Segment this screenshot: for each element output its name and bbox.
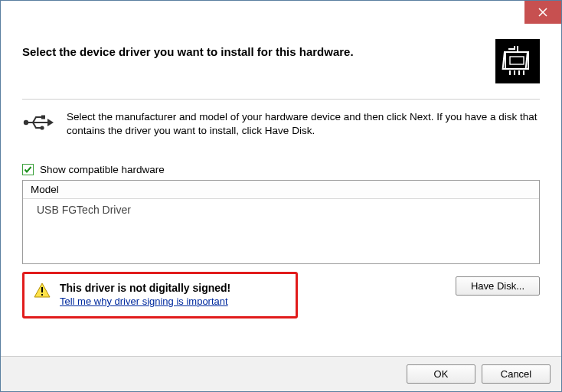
svg-rect-4	[510, 57, 524, 64]
model-listbox[interactable]: Model USB FGTech Driver	[22, 180, 540, 264]
warning-callout: This driver is not digitally signed! Tel…	[22, 272, 298, 318]
divider	[22, 99, 540, 100]
show-compatible-checkbox[interactable]: Show compatible hardware	[22, 164, 540, 175]
svg-rect-9	[41, 287, 43, 292]
list-header-model: Model	[23, 181, 539, 199]
warning-icon	[34, 282, 51, 300]
titlebar	[1, 1, 561, 24]
dialog-footer: OK Cancel	[1, 356, 561, 391]
warning-title: This driver is not digitally signed!	[60, 282, 230, 294]
dialog-window: Select the device driver you want to ins…	[0, 0, 562, 392]
svg-rect-10	[41, 294, 43, 296]
device-chip-icon	[495, 39, 540, 83]
usb-icon	[22, 110, 54, 136]
ok-button[interactable]: OK	[407, 364, 475, 384]
svg-rect-2	[505, 52, 528, 69]
have-disk-button[interactable]: Have Disk...	[456, 276, 540, 296]
cancel-button[interactable]: Cancel	[482, 364, 551, 384]
close-icon	[538, 8, 547, 17]
svg-rect-7	[41, 116, 45, 119]
svg-point-8	[40, 126, 44, 129]
instruction-text: Select the manufacturer and model of you…	[67, 110, 540, 138]
checkbox-checked-icon	[22, 164, 34, 175]
page-title: Select the device driver you want to ins…	[22, 39, 486, 58]
show-compatible-label: Show compatible hardware	[40, 164, 165, 175]
close-button[interactable]	[524, 1, 561, 24]
driver-signing-link[interactable]: Tell me why driver signing is important	[60, 296, 228, 307]
list-item[interactable]: USB FGTech Driver	[23, 199, 539, 220]
